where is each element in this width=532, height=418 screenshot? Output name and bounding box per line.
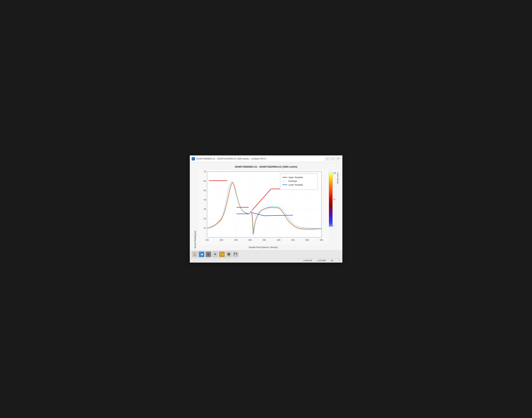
home-button[interactable]: 🏠 (192, 251, 198, 257)
svg-text:450: 450 (291, 239, 295, 241)
svg-text:150: 150 (205, 239, 209, 241)
y-coordinate: y=25.9896 (317, 259, 326, 261)
legend-box (280, 174, 318, 189)
minimize-button[interactable]: — (325, 157, 330, 161)
chart-plot[interactable]: 70 60 50 40 30 20 10 150 200 250 (198, 170, 329, 249)
svg-text:30: 30 (204, 208, 206, 210)
toolbar: 🏠 ◀ ⬤ ✛ ✏️ 🖼 💾 (190, 250, 342, 258)
image-button[interactable]: 🖼 (226, 251, 232, 257)
colorbar-container: 100 10 1 Trace Density (329, 170, 339, 249)
svg-text:40: 40 (204, 199, 206, 201)
svg-text:10: 10 (204, 227, 206, 229)
titlebar: 20160715063823.cl1 - 20160715225404.cl1 … (190, 155, 342, 162)
colorbar-gradient (329, 172, 333, 227)
chart-title: 20160715063823.cl1 - 20160715225404.cl1 … (193, 165, 339, 168)
x-tick-labels: 150 200 250 300 350 400 450 500 550 (205, 239, 323, 241)
window-controls: — □ ✕ (325, 157, 340, 161)
index-indicator: [0] (331, 259, 333, 261)
svg-text:50: 50 (204, 189, 206, 192)
chart-container: Sensor Reading [A] (193, 170, 339, 249)
close-button[interactable]: ✕ (336, 157, 340, 161)
move-button[interactable]: ✛ (212, 251, 218, 257)
svg-text:200: 200 (220, 239, 223, 241)
y-axis-label: Sensor Reading [A] (193, 170, 196, 249)
legend-envelope-text: Envelope (288, 180, 297, 182)
svg-text:300: 300 (248, 239, 252, 241)
back-button[interactable]: ◀ (199, 251, 204, 257)
svg-text:350: 350 (262, 239, 266, 241)
window-title: 20160715063823.cl1 - 20160715225404.cl1 … (196, 158, 324, 160)
edit-button[interactable]: ✏️ (219, 251, 225, 257)
chart-and-colorbar: 70 60 50 40 30 20 10 150 200 250 (198, 170, 339, 249)
app-icon (192, 157, 195, 161)
legend-upper-template-text: Upper Template (288, 176, 303, 179)
stop-button[interactable]: ⬤ (205, 251, 211, 257)
colorbar-labels: 100 10 1 (333, 172, 336, 227)
main-window: 20160715063823.cl1 - 20160715225404.cl1 … (190, 155, 342, 263)
svg-text:500: 500 (306, 239, 309, 241)
resize-handle[interactable]: ⤡ (338, 259, 340, 262)
colorbar-mid-label: 10 (333, 199, 336, 200)
save-button[interactable]: 💾 (233, 251, 238, 257)
colorbar-min-label: 1 (333, 225, 336, 227)
chart-svg[interactable]: 70 60 50 40 30 20 10 150 200 250 (198, 170, 329, 245)
svg-text:20: 20 (204, 218, 206, 220)
svg-text:250: 250 (234, 239, 238, 241)
svg-text:550: 550 (319, 239, 323, 241)
x-axis-label: Sample Point [Interval: 10mSec] (198, 246, 329, 249)
svg-text:60: 60 (204, 180, 206, 182)
colorbar-title: Trace Density (337, 172, 339, 184)
colorbar-max-label: 100 (333, 172, 336, 174)
svg-text:400: 400 (277, 239, 281, 241)
maximize-button[interactable]: □ (330, 157, 335, 161)
chart-area: 20160715063823.cl1 - 20160715225404.cl1 … (190, 162, 342, 250)
svg-text:70: 70 (204, 171, 206, 173)
statusbar: x=348.182 y=25.9896 [0] ⤡ (190, 258, 342, 263)
legend-lower-template-text: Lower Template (288, 184, 303, 186)
x-coordinate: x=348.182 (303, 259, 312, 261)
